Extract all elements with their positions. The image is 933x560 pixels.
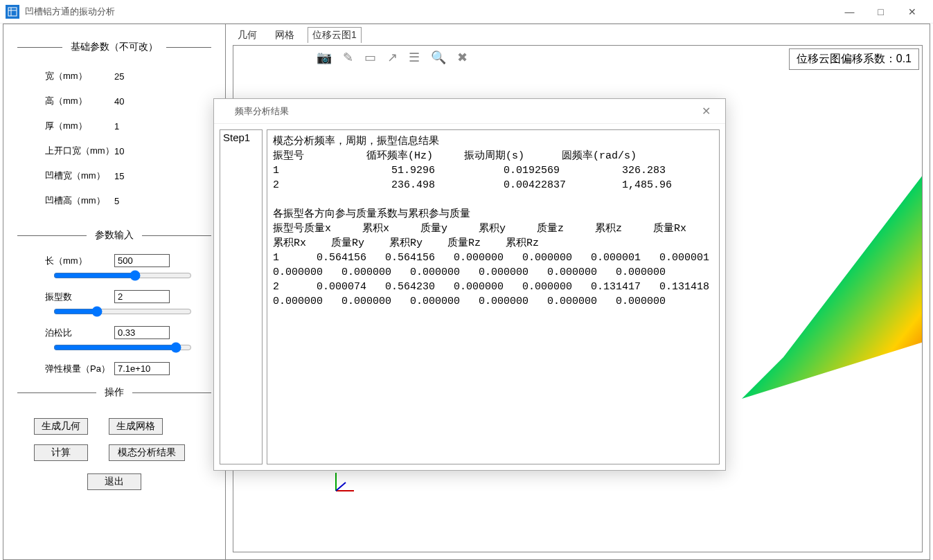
svg-rect-5 <box>220 106 229 114</box>
displacement-contour <box>742 122 923 399</box>
ops-section: 操作 生成几何 生成网格 计算 模态分析结果 退出 <box>17 386 211 503</box>
tool-icon[interactable]: ✖ <box>457 50 468 65</box>
param-slotw-label: 凹槽宽（mm） <box>45 170 114 182</box>
dialog-close-button[interactable]: ✕ <box>692 105 720 118</box>
tool-icon[interactable]: 🔍 <box>431 50 446 65</box>
window-title: 凹槽铝方通的振动分析 <box>25 6 834 18</box>
steps-list[interactable]: Step1 <box>220 129 263 464</box>
tool-icon[interactable]: ☰ <box>409 50 420 65</box>
titlebar: 凹槽铝方通的振动分析 — □ ✕ <box>0 0 933 24</box>
sidebar: 基础参数（不可改） 宽（mm）25 高（mm）40 厚（mm）1 上开口宽（mm… <box>3 24 225 559</box>
poisson-input[interactable] <box>114 326 170 339</box>
param-height-label: 高（mm） <box>45 95 114 107</box>
param-height-value: 40 <box>114 96 124 107</box>
dialog-icon <box>220 105 229 117</box>
length-input[interactable] <box>114 254 170 267</box>
dialog-title: 频率分析结果 <box>235 105 692 118</box>
tool-icon[interactable]: ↗ <box>387 50 398 65</box>
modes-label: 振型数 <box>45 291 114 303</box>
param-open-label: 上开口宽（mm） <box>45 145 114 157</box>
modal-results-button[interactable]: 模态分析结果 <box>109 444 185 461</box>
step-item[interactable]: Step1 <box>223 132 259 143</box>
tab-displacement[interactable]: 位移云图1 <box>308 27 362 43</box>
tab-mesh[interactable]: 网格 <box>270 27 299 43</box>
param-width-value: 25 <box>114 71 124 82</box>
basic-params-section: 基础参数（不可改） 宽（mm）25 高（mm）40 厚（mm）1 上开口宽（mm… <box>17 41 211 219</box>
app-icon <box>6 5 19 19</box>
svg-line-4 <box>336 482 346 491</box>
param-thick-value: 1 <box>114 121 119 132</box>
param-sloth-value: 5 <box>114 196 119 206</box>
tool-icon[interactable]: ✎ <box>343 50 353 65</box>
param-open-value: 10 <box>114 146 124 156</box>
length-label: 长（mm） <box>45 255 114 267</box>
freq-results-dialog: 频率分析结果 ✕ Step1 模态分析频率，周期，振型信息结果 振型号 循环频率… <box>213 98 726 471</box>
offset-label: 位移云图偏移系数： <box>797 53 896 64</box>
modes-slider[interactable] <box>53 306 192 317</box>
param-slotw-value: 15 <box>114 171 124 181</box>
camera-icon[interactable]: 📷 <box>317 50 332 65</box>
ops-legend: 操作 <box>96 386 132 399</box>
close-button[interactable]: ✕ <box>896 1 927 22</box>
poisson-slider[interactable] <box>53 342 192 353</box>
axes-gizmo <box>330 469 358 496</box>
young-label: 弹性模量（Pa） <box>45 363 114 375</box>
offset-badge: 位移云图偏移系数：0.1 <box>789 48 919 70</box>
inputs-section: 参数输入 长（mm） 振型数 泊松比 弹性模量（Pa） <box>17 229 211 377</box>
tab-geometry[interactable]: 几何 <box>233 27 262 43</box>
basic-params-legend: 基础参数（不可改） <box>62 41 166 53</box>
young-input[interactable] <box>114 362 170 375</box>
viewport-toolbar: 📷 ✎ ▭ ↗ ☰ 🔍 ✖ <box>317 50 468 65</box>
gen-mesh-button[interactable]: 生成网格 <box>109 418 163 435</box>
poisson-label: 泊松比 <box>45 327 114 339</box>
gen-geom-button[interactable]: 生成几何 <box>34 418 88 435</box>
inputs-legend: 参数输入 <box>87 229 142 242</box>
tool-icon[interactable]: ▭ <box>364 50 376 65</box>
results-text[interactable]: 模态分析频率，周期，振型信息结果 振型号 循环频率(Hz) 振动周期(s) 圆频… <box>267 129 720 464</box>
svg-marker-1 <box>742 122 923 399</box>
minimize-button[interactable]: — <box>834 1 865 22</box>
length-slider[interactable] <box>53 270 192 281</box>
maximize-button[interactable]: □ <box>865 1 896 22</box>
svg-rect-0 <box>8 8 17 16</box>
param-sloth-label: 凹槽高（mm） <box>45 195 114 207</box>
compute-button[interactable]: 计算 <box>34 444 88 461</box>
modes-input[interactable] <box>114 290 170 303</box>
exit-button[interactable]: 退出 <box>87 473 141 490</box>
param-width-label: 宽（mm） <box>45 70 114 82</box>
offset-value: 0.1 <box>896 53 912 64</box>
param-thick-label: 厚（mm） <box>45 120 114 132</box>
tabs: 几何 网格 位移云图1 <box>226 24 930 43</box>
